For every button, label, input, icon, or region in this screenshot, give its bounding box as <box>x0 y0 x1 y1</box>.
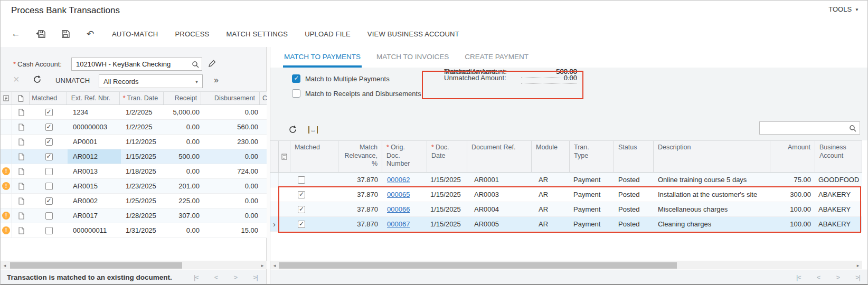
lookup-button[interactable] <box>192 61 202 68</box>
edit-button[interactable] <box>208 60 216 68</box>
cash-account-input[interactable] <box>72 60 192 68</box>
checkbox-icon[interactable] <box>292 74 300 83</box>
tab[interactable]: MATCH TO INVOICES <box>375 53 450 68</box>
orig-doc-link[interactable]: 000066 <box>387 205 410 213</box>
orig-doc-link[interactable]: 000067 <box>387 220 410 228</box>
column-header-notes[interactable] <box>1 92 12 104</box>
refresh-button[interactable] <box>33 75 42 84</box>
toolbar-button[interactable]: MATCH SETTINGS <box>226 30 288 38</box>
undo-button[interactable]: ↶ <box>84 28 96 40</box>
matched-checkbox[interactable] <box>45 153 53 160</box>
tools-button[interactable]: TOOLS ▼ <box>828 5 859 13</box>
refresh-button[interactable] <box>288 125 297 134</box>
scroll-right-arrow[interactable]: ▸ <box>854 261 862 270</box>
matched-checkbox[interactable] <box>298 206 305 213</box>
scrollbar-thumb[interactable] <box>279 262 677 269</box>
table-row[interactable]: ! AR0012 1/15/2025 500.00 0.00 <box>1 149 267 164</box>
prev-page-button[interactable]: < <box>817 273 820 281</box>
orig-doc-link[interactable]: 000065 <box>387 191 410 198</box>
cancel-button[interactable]: × <box>13 73 20 85</box>
column-header-amount[interactable]: Amount <box>770 141 815 172</box>
column-header-business-account[interactable]: Business Account <box>815 141 862 172</box>
matched-checkbox[interactable] <box>45 168 53 175</box>
cell-document[interactable] <box>12 149 30 164</box>
matched-checkbox[interactable] <box>45 138 53 146</box>
cell-document[interactable] <box>12 135 30 149</box>
orig-doc-link[interactable]: 000062 <box>387 176 410 184</box>
column-header-disbursement[interactable]: Disbursement <box>201 92 260 104</box>
matched-checkbox[interactable] <box>45 109 53 116</box>
tab[interactable]: MATCH TO PAYMENTS <box>283 53 362 68</box>
next-page-button[interactable]: > <box>233 273 237 281</box>
table-row[interactable]: › 37.870 000067 1/15/2025 AR0005 AR Paym… <box>270 217 862 232</box>
matched-checkbox[interactable] <box>45 124 53 131</box>
column-header-relevance[interactable]: Match Relevance, % <box>338 141 382 172</box>
cell-document[interactable] <box>12 194 30 208</box>
search-input[interactable] <box>763 124 849 132</box>
table-row[interactable]: › 37.870 000062 1/15/2025 AR0001 AR Paym… <box>270 173 862 187</box>
first-page-button[interactable]: |< <box>194 273 199 281</box>
column-header-description[interactable]: Description <box>654 141 770 172</box>
matched-checkbox[interactable] <box>45 227 53 234</box>
table-row[interactable]: ! AR0015 1/23/2025 201.00 0.00 <box>1 179 267 194</box>
table-row[interactable]: ! AR0013 1/18/2025 0.00 724.00 <box>1 164 267 179</box>
column-header-status[interactable]: Status <box>614 141 654 172</box>
column-header-module[interactable]: Module <box>532 141 570 172</box>
cell-note[interactable] <box>279 173 290 187</box>
toolbar-button[interactable]: VIEW BUSINESS ACCOUNT <box>367 30 459 38</box>
panel-splitter[interactable] <box>267 47 270 284</box>
toolbar-button[interactable]: PROCESS <box>175 30 209 38</box>
cell-note[interactable] <box>279 202 290 216</box>
matched-checkbox[interactable] <box>298 221 305 228</box>
matched-checkbox[interactable] <box>298 176 305 184</box>
cell-note[interactable] <box>279 217 290 231</box>
scroll-right-arrow[interactable]: ▸ <box>258 261 267 270</box>
unmatch-button[interactable]: UNMATCH <box>55 77 90 84</box>
scroll-left-arrow[interactable]: ◂ <box>1 261 9 270</box>
last-page-button[interactable]: >| <box>253 273 258 281</box>
column-header-doc-date[interactable]: *Doc. Date <box>427 141 467 172</box>
save-button[interactable] <box>60 28 71 40</box>
column-header-notes[interactable] <box>279 141 290 172</box>
scrollbar-thumb[interactable] <box>10 262 182 269</box>
table-row[interactable]: ! 000000003 1/2/2025 0.00 560.00 <box>1 120 267 135</box>
records-filter-select[interactable]: All Records ▾ <box>99 74 203 88</box>
column-header-clipped[interactable]: Ca <box>260 92 267 104</box>
back-button[interactable]: ← <box>10 28 22 40</box>
toolbar-button[interactable]: AUTO-MATCH <box>112 30 158 38</box>
tab[interactable]: CREATE PAYMENT <box>464 53 530 68</box>
matched-checkbox[interactable] <box>45 183 53 190</box>
column-header-document-ref[interactable]: Document Ref. <box>467 141 532 172</box>
expand-filters-button[interactable]: » <box>214 75 219 85</box>
checkbox-icon[interactable] <box>292 89 300 98</box>
column-header-orig-doc[interactable]: *Orig. Doc. Number <box>382 141 427 172</box>
table-row[interactable]: ! AP0001 1/12/2025 0.00 230.00 <box>1 135 267 149</box>
table-row[interactable]: › 37.870 000066 1/15/2025 AR0004 AR Paym… <box>270 202 862 217</box>
matched-checkbox[interactable] <box>298 191 305 198</box>
matched-checkbox[interactable] <box>45 197 53 205</box>
match-option[interactable]: Match to Receipts and Disbursements <box>292 89 421 98</box>
matched-checkbox[interactable] <box>45 212 53 220</box>
match-option[interactable]: Match to Multiple Payments <box>292 74 390 83</box>
scroll-left-arrow[interactable]: ◂ <box>270 261 279 270</box>
cell-document[interactable] <box>12 223 30 238</box>
column-header-tran-type[interactable]: Tran. Type <box>570 141 614 172</box>
right-horizontal-scrollbar[interactable]: ◂ ▸ <box>270 261 862 269</box>
save-and-close-button[interactable] <box>35 28 46 40</box>
column-header-receipt[interactable]: Receipt <box>164 92 201 104</box>
prev-page-button[interactable]: < <box>214 273 218 281</box>
fit-width-button[interactable]: ↔ <box>308 126 318 134</box>
left-horizontal-scrollbar[interactable]: ◂ ▸ <box>1 261 267 269</box>
cell-document[interactable] <box>12 105 30 119</box>
cell-document[interactable] <box>12 208 30 223</box>
cell-document[interactable] <box>12 164 30 178</box>
column-header-matched[interactable]: Matched <box>290 141 338 172</box>
next-page-button[interactable]: > <box>836 273 839 281</box>
table-row[interactable]: ! 1234 1/2/2025 5,000.00 0.00 <box>1 105 267 120</box>
table-row[interactable]: ! AR0002 1/25/2025 225.00 0.00 <box>1 194 267 208</box>
first-page-button[interactable]: |< <box>796 273 801 281</box>
cell-document[interactable] <box>12 179 30 193</box>
column-header-files[interactable] <box>12 92 30 104</box>
table-row[interactable]: › 37.870 000065 1/15/2025 AR0003 AR Paym… <box>270 187 862 202</box>
toolbar-button[interactable]: UPLOAD FILE <box>305 30 351 38</box>
